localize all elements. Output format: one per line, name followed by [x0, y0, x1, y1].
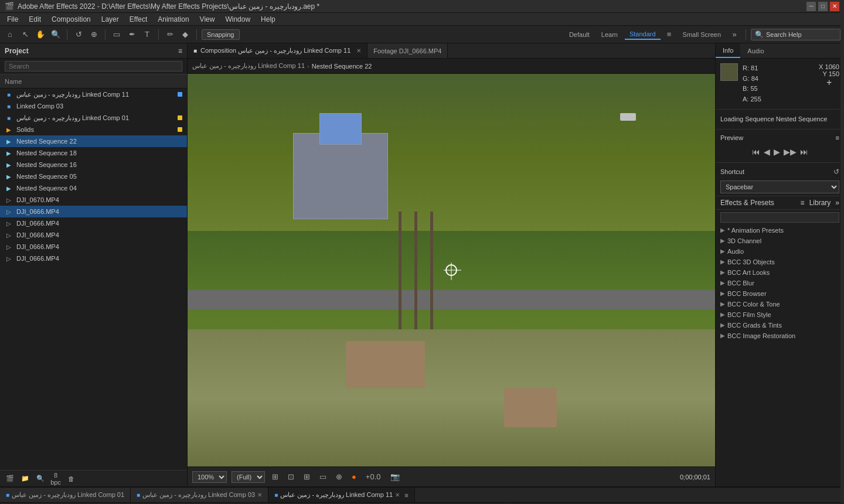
project-menu-icon[interactable]: ≡ — [178, 47, 182, 55]
menu-help[interactable]: Help — [256, 14, 280, 25]
menu-animation[interactable]: Animation — [153, 14, 193, 25]
viewer-ruler-button[interactable]: ▭ — [317, 471, 329, 482]
project-item-dji0666d[interactable]: ▷ DJI_0666.MP4 — [0, 241, 187, 253]
select-tool[interactable]: ↖ — [19, 28, 32, 41]
composition-viewer[interactable] — [188, 74, 715, 466]
preview-skip-fwd[interactable]: ⏭ — [800, 147, 808, 156]
preview-play[interactable]: ▶ — [774, 147, 780, 156]
quality-select[interactable]: (Full)(Half) — [232, 471, 265, 483]
preview-skip-back[interactable]: ⏮ — [752, 147, 760, 156]
menu-composition[interactable]: Composition — [47, 14, 96, 25]
project-item-comp01[interactable]: ■ رودبارچیره - زمین عباس Linked Comp 01 — [0, 112, 187, 124]
new-comp-button[interactable]: 🎬 — [4, 472, 16, 485]
effects-overflow-icon[interactable]: » — [835, 199, 839, 207]
effects-menu-icon[interactable]: ≡ — [801, 199, 805, 207]
project-search-input[interactable] — [5, 61, 182, 71]
hand-tool[interactable]: ✋ — [34, 28, 47, 41]
comp-tab-linked11[interactable]: ■ Composition رودبارچیره - زمین عباس Lin… — [188, 43, 367, 58]
effect-cat-bcc3d[interactable]: ▶ BCC 3D Objects — [716, 257, 844, 267]
menu-file[interactable]: File — [2, 14, 23, 25]
menu-edit[interactable]: Edit — [24, 14, 46, 25]
project-item-nested22[interactable]: ▶ Nested Sequence 22 — [0, 135, 187, 147]
preview-step-back[interactable]: ◀ — [764, 147, 770, 156]
maximize-button[interactable]: □ — [818, 2, 828, 11]
tl-tab-close-comp03[interactable]: ✕ — [257, 492, 262, 498]
project-item-nested18[interactable]: ▶ Nested Sequence 18 — [0, 147, 187, 159]
footage-tab-dji0666[interactable]: Footage DJI_0666.MP4 — [367, 43, 448, 58]
effect-cat-bccbrowser[interactable]: ▶ BCC Browser — [716, 288, 844, 299]
timeline-tab-comp01[interactable]: ■ رودبارچیره - زمین عباس Linked Comp 01 — [0, 488, 131, 502]
viewer-fit-button[interactable]: ⊞ — [270, 471, 281, 482]
new-folder-button[interactable]: 📁 — [19, 472, 32, 485]
library-label[interactable]: Library — [809, 199, 831, 207]
timeline-tab-comp11[interactable]: ■ رودبارچیره - زمین عباس Linked Comp 11 … — [268, 488, 414, 502]
tab-audio[interactable]: Audio — [740, 43, 771, 58]
project-item-comp11[interactable]: ■ رودبارچیره - زمین عباس Linked Comp 11 — [0, 88, 187, 100]
workspace-default[interactable]: Default — [564, 30, 594, 39]
effect-cat-bccimage[interactable]: ▶ BCC Image Restoration — [716, 331, 844, 341]
effects-search-input[interactable] — [720, 212, 839, 223]
effect-cat-bccfilm[interactable]: ▶ BCC Film Style — [716, 309, 844, 320]
project-item-nested04[interactable]: ▶ Nested Sequence 04 — [0, 182, 187, 194]
menu-view[interactable]: View — [195, 14, 220, 25]
tab-info[interactable]: Info — [716, 43, 740, 58]
effect-cat-bccgrads[interactable]: ▶ BCC Grads & Tints — [716, 320, 844, 331]
workspace-learn[interactable]: Learn — [597, 30, 622, 39]
effect-cat-bcccolor[interactable]: ▶ BCC Color & Tone — [716, 299, 844, 309]
project-item-linkedcomp03[interactable]: ■ Linked Comp 03 — [0, 100, 187, 112]
preview-step-fwd[interactable]: ▶▶ — [784, 147, 797, 156]
workspace-standard[interactable]: Standard — [625, 29, 661, 40]
close-button[interactable]: ✕ — [830, 2, 839, 11]
home-button[interactable]: ⌂ — [4, 28, 16, 41]
pan-tool[interactable]: ⊕ — [87, 28, 100, 41]
workspace-overflow-button[interactable]: » — [728, 28, 741, 41]
workspace-small-screen[interactable]: Small Screen — [678, 30, 726, 39]
zoom-select[interactable]: 100%50%200% — [192, 471, 227, 483]
menu-effect[interactable]: Effect — [125, 14, 152, 25]
rect-tool[interactable]: ▭ — [110, 28, 123, 41]
project-item-dji0666a[interactable]: ▷ DJI_0666.MP4 — [0, 206, 187, 217]
viewer-safe-button[interactable]: ⊞ — [301, 471, 312, 482]
shortcut-refresh-button[interactable]: ↺ — [833, 168, 839, 176]
workspace-menu-button[interactable]: ≡ — [663, 28, 676, 41]
puppet-tool[interactable]: ◆ — [179, 28, 192, 41]
menu-window[interactable]: Window — [220, 14, 255, 25]
comp-tab-close-linked11[interactable]: ✕ — [356, 47, 361, 54]
find-button[interactable]: 🔍 — [34, 472, 47, 485]
project-item-dji0670[interactable]: ▷ DJI_0670.MP4 — [0, 194, 187, 206]
preview-menu-icon[interactable]: ≡ — [836, 134, 839, 141]
project-item-dji0666e[interactable]: ▷ DJI_0666.MP4 — [0, 253, 187, 264]
tl-tab-menu-icon[interactable]: ≡ — [404, 492, 408, 499]
effects-scrollbar[interactable] — [840, 196, 844, 486]
project-item-dji0666b[interactable]: ▷ DJI_0666.MP4 — [0, 217, 187, 229]
snapping-button[interactable]: Snapping — [202, 29, 240, 40]
text-tool[interactable]: T — [141, 28, 154, 41]
zoom-tool[interactable]: 🔍 — [49, 28, 62, 41]
effect-cat-bccart[interactable]: ▶ BCC Art Looks — [716, 267, 844, 278]
pen-tool[interactable]: ✒ — [125, 28, 138, 41]
tl-tab-label-comp01: رودبارچیره - زمین عباس Linked Comp 01 — [12, 491, 124, 499]
effect-cat-audio[interactable]: ▶ Audio — [716, 246, 844, 257]
search-input[interactable] — [766, 31, 836, 38]
viewer-camera-button[interactable]: 📷 — [388, 471, 402, 482]
menu-layer[interactable]: Layer — [97, 14, 124, 25]
viewer-snap-button[interactable]: ⊕ — [333, 471, 345, 482]
tl-tab-close-comp11[interactable]: ✕ — [395, 492, 400, 498]
color-depth-button[interactable]: 8 bpc — [49, 472, 62, 485]
effect-cat-bccblur[interactable]: ▶ BCC Blur — [716, 278, 844, 288]
timeline-tab-comp03[interactable]: ■ رودبارچیره - زمین عباس Linked Comp 03 … — [131, 488, 268, 502]
project-item-solids[interactable]: ▶ Solids — [0, 124, 187, 135]
rotate-tool[interactable]: ↺ — [72, 28, 85, 41]
viewer-color-button[interactable]: ● — [349, 471, 359, 482]
brush-tool[interactable]: ✏ — [164, 28, 176, 41]
minimize-button[interactable]: ─ — [806, 2, 816, 11]
project-item-dji0666c[interactable]: ▷ DJI_0666.MP4 — [0, 229, 187, 241]
effect-cat-animation[interactable]: ▶ * Animation Presets — [716, 225, 844, 236]
shortcut-select[interactable]: Spacebar — [720, 181, 839, 193]
project-item-nested05[interactable]: ▶ Nested Sequence 05 — [0, 171, 187, 182]
project-item-nested16[interactable]: ▶ Nested Sequence 16 — [0, 159, 187, 171]
viewer-grid-button[interactable]: ⊡ — [285, 471, 297, 482]
viewer-exposure-button[interactable]: +0.0 — [363, 471, 383, 482]
delete-button[interactable]: 🗑 — [64, 472, 77, 485]
effect-cat-3dchannel[interactable]: ▶ 3D Channel — [716, 236, 844, 246]
